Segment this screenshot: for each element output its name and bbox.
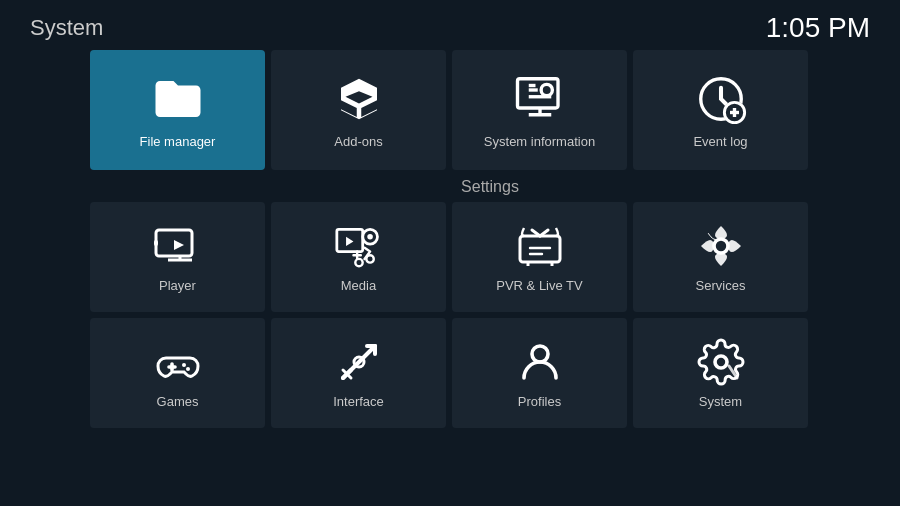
svg-point-14	[367, 234, 373, 240]
tile-games[interactable]: Games	[90, 318, 265, 428]
player-label: Player	[159, 278, 196, 293]
page-title: System	[30, 15, 103, 41]
system-information-label: System information	[484, 134, 595, 149]
svg-point-31	[532, 346, 548, 362]
media-label: Media	[341, 278, 376, 293]
tile-add-ons[interactable]: Add-ons	[271, 50, 446, 170]
tile-services[interactable]: Services	[633, 202, 808, 312]
pvr-live-tv-label: PVR & Live TV	[496, 278, 582, 293]
file-manager-icon	[151, 72, 205, 126]
clock: 1:05 PM	[766, 12, 870, 44]
svg-point-20	[714, 239, 728, 253]
system-icon	[697, 338, 745, 386]
settings-row-1: Player Media	[90, 202, 890, 312]
settings-section-label: Settings	[90, 178, 890, 196]
interface-icon	[335, 338, 383, 386]
svg-point-23	[182, 363, 186, 367]
tile-media[interactable]: Media	[271, 202, 446, 312]
event-log-label: Event log	[693, 134, 747, 149]
services-icon	[697, 222, 745, 270]
profiles-label: Profiles	[518, 394, 561, 409]
tile-system[interactable]: System	[633, 318, 808, 428]
services-label: Services	[696, 278, 746, 293]
svg-point-1	[541, 84, 552, 95]
svg-point-15	[366, 255, 373, 262]
event-log-icon	[694, 72, 748, 126]
settings-row-2: Games Interface Profiles	[90, 318, 890, 428]
tile-system-information[interactable]: System information	[452, 50, 627, 170]
add-ons-label: Add-ons	[334, 134, 382, 149]
media-icon	[335, 222, 383, 270]
header: System 1:05 PM	[0, 0, 900, 56]
main-content: File manager Add-ons System information	[90, 50, 890, 434]
top-row: File manager Add-ons System information	[90, 50, 890, 170]
profiles-icon	[516, 338, 564, 386]
file-manager-label: File manager	[140, 134, 216, 149]
games-label: Games	[157, 394, 199, 409]
add-ons-icon	[332, 72, 386, 126]
system-label: System	[699, 394, 742, 409]
tile-profiles[interactable]: Profiles	[452, 318, 627, 428]
interface-label: Interface	[333, 394, 384, 409]
games-icon	[154, 338, 202, 386]
tile-player[interactable]: Player	[90, 202, 265, 312]
tile-interface[interactable]: Interface	[271, 318, 446, 428]
tile-pvr-live-tv[interactable]: PVR & Live TV	[452, 202, 627, 312]
player-icon	[154, 222, 202, 270]
svg-point-24	[186, 367, 190, 371]
tile-file-manager[interactable]: File manager	[90, 50, 265, 170]
svg-point-32	[715, 356, 727, 368]
svg-point-16	[355, 258, 362, 265]
pvr-live-tv-icon	[516, 222, 564, 270]
system-information-icon	[513, 72, 567, 126]
tile-event-log[interactable]: Event log	[633, 50, 808, 170]
